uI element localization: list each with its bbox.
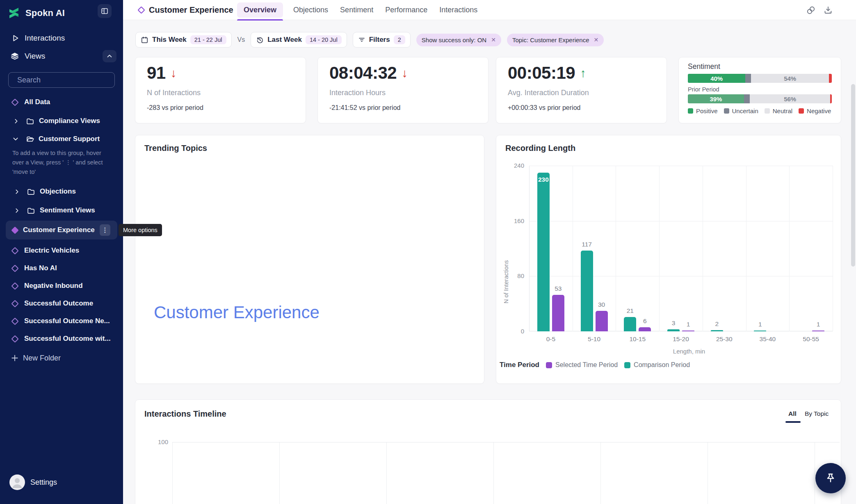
sidebar-folder-sentiment-views[interactable]: Sentiment Views xyxy=(0,203,123,217)
legend-item-comparison: Comparison Period xyxy=(624,361,690,369)
close-icon[interactable]: ✕ xyxy=(491,36,496,43)
pushpin-icon xyxy=(824,472,837,484)
successful-outcome-ne-label: Successful Outcome Ne... xyxy=(24,317,110,325)
bar-value-label: 30 xyxy=(589,301,614,308)
sentiment-bar-prior: 39%56% xyxy=(688,94,832,103)
tab-overview[interactable]: Overview xyxy=(237,2,283,18)
legend-item-selected: Selected Time Period xyxy=(546,361,618,369)
filters-button[interactable]: Filters 2 xyxy=(353,32,411,48)
toggle-by-topic[interactable]: By Topic xyxy=(805,410,829,417)
sidebar-folder-objections[interactable]: Objections xyxy=(0,185,123,198)
sidebar-item-successful-outcome-wit[interactable]: Successful Outcome wit... xyxy=(0,332,123,346)
main-content: Customer Experience Overview Objections … xyxy=(123,0,856,504)
h-gridline xyxy=(529,331,833,331)
header-actions xyxy=(806,0,833,20)
tab-performance[interactable]: Performance xyxy=(383,2,429,18)
bar-value-label: 53 xyxy=(546,285,571,292)
sidebar-item-customer-experience[interactable]: Customer Experience ⋮ xyxy=(6,221,117,239)
filter-chip-success[interactable]: Show success only: ON ✕ xyxy=(416,34,501,46)
folder-open-icon xyxy=(26,135,34,144)
trending-topic-word[interactable]: Customer Experience xyxy=(154,303,320,322)
sidebar-item-all-data[interactable]: All Data xyxy=(0,95,123,109)
sidebar-item-views[interactable]: Views xyxy=(0,49,123,63)
chip-topic-label: Topic: Customer Experience xyxy=(512,36,589,43)
sidebar-item-successful-outcome[interactable]: Successful Outcome xyxy=(0,296,123,310)
toggle-all[interactable]: All xyxy=(788,410,797,417)
bar-value-label: 2 xyxy=(705,320,729,328)
legend-label: Negative xyxy=(807,107,831,114)
sidebar: Spokn AI Interactions Views xyxy=(0,0,123,504)
all-data-label: All Data xyxy=(24,98,50,106)
search-input[interactable] xyxy=(17,76,112,84)
folder-icon xyxy=(27,187,35,196)
kpi-delta: +00:00:33 vs prior period xyxy=(508,104,580,112)
v-gridline xyxy=(172,442,173,504)
sidebar-item-electric-vehicles[interactable]: Electric Vehicles xyxy=(0,244,123,258)
bar-comparison-period-25-30 xyxy=(711,330,723,331)
kpi-value: 08:04:32 xyxy=(329,63,397,83)
bar-comparison-period-35-40 xyxy=(754,331,766,331)
sentiment-segment xyxy=(745,74,751,83)
kpi-label: Interaction Hours xyxy=(329,89,386,97)
bar-value-label: 230 xyxy=(531,176,556,183)
panel-collapse-icon xyxy=(100,7,109,15)
sentiment-card: Sentiment 40%54% Prior Period 39%56% Pos… xyxy=(679,57,841,123)
chart-legend: Time Period Selected Time Period Compari… xyxy=(500,361,690,369)
recording-length-title: Recording Length xyxy=(505,144,575,153)
more-options-button[interactable]: ⋮ xyxy=(100,224,110,236)
x-tick-35-40: 35-40 xyxy=(750,335,785,343)
settings-button[interactable]: Settings xyxy=(0,472,123,492)
v-gridline xyxy=(708,442,708,504)
pin-fab-button[interactable] xyxy=(815,463,846,493)
has-no-ai-label: Has No AI xyxy=(24,264,57,272)
avatar xyxy=(9,474,25,490)
compare-period-button[interactable]: Last Week 14 - 20 Jul xyxy=(251,32,347,48)
sidebar-item-negative-inbound[interactable]: Negative Inbound xyxy=(0,279,123,293)
download-icon[interactable] xyxy=(823,5,833,15)
y-axis-ticks: 080160240 xyxy=(505,166,524,331)
legend-swatch xyxy=(624,362,630,368)
x-tick-50-55: 50-55 xyxy=(794,335,828,343)
period-selector-button[interactable]: This Week 21 - 22 Jul xyxy=(135,32,232,48)
scrollbar-thumb[interactable] xyxy=(851,84,855,267)
sidebar-folder-compliance-views[interactable]: Compliance Views xyxy=(0,114,123,128)
bar-value-label: 117 xyxy=(575,241,599,248)
x-axis-label: Length, min xyxy=(648,348,730,355)
bar-selected-time-period-0-5 xyxy=(552,295,564,331)
chevron-right-icon xyxy=(14,208,20,214)
successful-outcome-wit-label: Successful Outcome wit... xyxy=(24,335,111,343)
legend-label: Positive xyxy=(696,107,718,114)
tab-interactions[interactable]: Interactions xyxy=(438,2,479,18)
trend-arrow-icon: ↓ xyxy=(402,66,408,80)
kpi-delta: -283 vs prior period xyxy=(147,104,203,112)
link-icon[interactable] xyxy=(806,5,816,15)
legend-label: Selected Time Period xyxy=(555,361,618,369)
chip-success-label: Show success only: ON xyxy=(422,36,486,43)
h-gridline xyxy=(529,221,833,221)
customer-experience-label: Customer Experience xyxy=(23,226,95,234)
tab-objections[interactable]: Objections xyxy=(292,2,330,18)
period-range-badge: 21 - 22 Jul xyxy=(190,35,226,44)
legend-swatch xyxy=(724,108,729,114)
x-axis-ticks: 0-55-1010-1515-2025-3035-4050-55 xyxy=(529,335,833,345)
sidebar-item-has-no-ai[interactable]: Has No AI xyxy=(0,261,123,275)
sidebar-folder-customer-support[interactable]: Customer Support xyxy=(0,132,123,146)
trend-arrow-icon: ↑ xyxy=(580,66,586,80)
x-tick-15-20: 15-20 xyxy=(664,335,698,343)
filter-chip-topic[interactable]: Topic: Customer Experience ✕ xyxy=(507,34,604,46)
objections-folder-label: Objections xyxy=(40,187,76,196)
filters-label: Filters xyxy=(369,36,390,44)
sidebar-item-interactions[interactable]: Interactions xyxy=(0,31,123,45)
header-tabs: Overview Objections Sentiment Performanc… xyxy=(237,0,479,20)
sidebar-item-successful-outcome-ne[interactable]: Successful Outcome Ne... xyxy=(0,314,123,328)
new-folder-button[interactable]: New Folder xyxy=(0,351,123,365)
search-box[interactable] xyxy=(8,72,115,88)
sentiment-segment: 54% xyxy=(751,74,829,83)
h-gridline xyxy=(529,276,833,276)
close-icon[interactable]: ✕ xyxy=(594,36,599,43)
collapse-sidebar-button[interactable] xyxy=(98,4,112,18)
bar-value-label: 1 xyxy=(676,321,701,328)
collapse-views-button[interactable] xyxy=(103,50,116,62)
trending-topics-card: Trending Topics Customer Experience xyxy=(135,135,484,383)
tab-sentiment[interactable]: Sentiment xyxy=(338,2,375,18)
